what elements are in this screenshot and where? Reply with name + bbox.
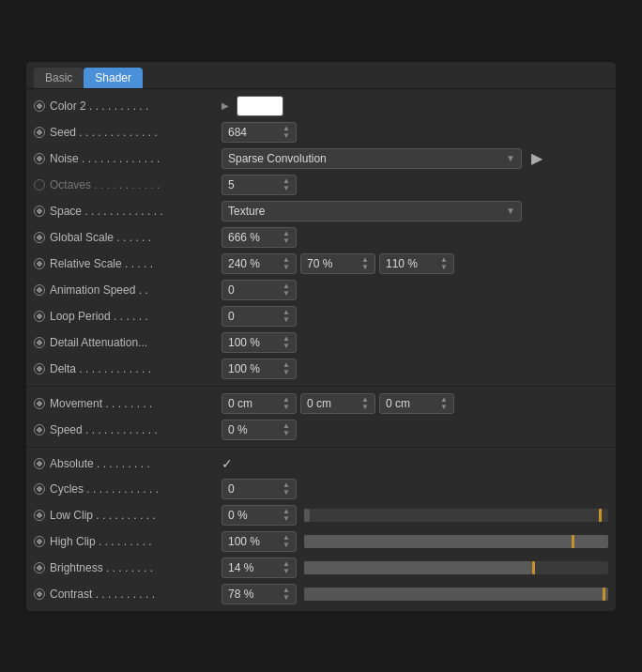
spin-down[interactable]: ▼	[283, 369, 290, 376]
radio-space[interactable]	[34, 206, 45, 217]
radio-detail_attenuation[interactable]	[34, 337, 45, 348]
spin-down[interactable]: ▼	[283, 430, 290, 437]
radio-cycles[interactable]	[34, 483, 45, 495]
spinbox-arrows-global_scale[interactable]: ▲▼	[283, 230, 290, 245]
spin-down[interactable]: ▼	[361, 264, 369, 271]
spinbox-arrows-animation_speed[interactable]: ▲▼	[283, 283, 290, 298]
spinbox-animation_speed[interactable]: 0▲▼	[222, 280, 297, 300]
spin-down[interactable]: ▼	[283, 404, 290, 411]
spinbox-seed[interactable]: 684▲▼	[222, 122, 297, 143]
radio-seed[interactable]	[34, 127, 45, 138]
spinbox-arrows-delta[interactable]: ▲▼	[283, 361, 290, 376]
spinbox-movement-2[interactable]: 0 cm▲▼	[379, 393, 454, 414]
spinbox-low_clip[interactable]: 0 %▲▼	[222, 505, 297, 526]
spinbox-arrows-movement-1[interactable]: ▲▼	[361, 396, 369, 411]
slider-handle-contrast[interactable]	[603, 588, 605, 601]
radio-loop_period[interactable]	[34, 311, 45, 322]
row-brightness: Brightness . . . . . . . .14 %▲▼	[26, 555, 616, 581]
label-speed: Speed . . . . . . . . . . . .	[34, 423, 222, 436]
spin-down[interactable]: ▼	[283, 264, 290, 271]
slider-contrast[interactable]	[304, 588, 608, 601]
label-movement: Movement . . . . . . . .	[34, 397, 222, 410]
spinbox-movement-1[interactable]: 0 cm▲▼	[300, 393, 375, 414]
spinbox-arrows-relative_scale-1[interactable]: ▲▼	[361, 256, 369, 271]
radio-relative_scale[interactable]	[34, 258, 45, 269]
spin-down[interactable]: ▼	[283, 343, 290, 350]
spin-down[interactable]: ▼	[283, 515, 290, 523]
slider-brightness[interactable]	[304, 561, 608, 574]
spinbox-high_clip[interactable]: 100 %▲▼	[222, 531, 297, 552]
radio-global_scale[interactable]	[34, 232, 45, 243]
slider-handle-high_clip[interactable]	[572, 535, 574, 548]
spinbox-arrows-seed[interactable]: ▲▼	[283, 125, 290, 140]
spin-down[interactable]: ▼	[283, 132, 290, 140]
slider-low_clip[interactable]	[304, 509, 608, 522]
radio-brightness[interactable]	[34, 562, 45, 573]
spinbox-arrows-relative_scale-0[interactable]: ▲▼	[283, 256, 290, 271]
field-animation_speed: 0▲▼	[222, 280, 608, 300]
spinbox-arrows-octaves[interactable]: ▲▼	[283, 177, 290, 192]
spinbox-arrows-speed[interactable]: ▲▼	[283, 422, 290, 437]
spinbox-cycles[interactable]: 0▲▼	[222, 479, 297, 499]
spinbox-loop_period[interactable]: 0▲▼	[222, 306, 297, 327]
spin-down[interactable]: ▼	[283, 594, 290, 602]
spin-down[interactable]: ▼	[361, 404, 369, 411]
checkmark-absolute[interactable]: ✓	[222, 456, 233, 471]
radio-speed[interactable]	[34, 424, 45, 435]
radio-color2[interactable]	[34, 100, 45, 112]
radio-absolute[interactable]	[34, 458, 45, 469]
spinbox-arrows-contrast[interactable]: ▲▼	[283, 587, 290, 602]
spinbox-arrows-loop_period[interactable]: ▲▼	[283, 309, 290, 324]
spinbox-relative_scale-2[interactable]: 110 %▲▼	[379, 253, 454, 274]
separator	[26, 386, 616, 387]
spin-down[interactable]: ▼	[283, 185, 290, 192]
color-swatch-color2[interactable]	[237, 96, 283, 116]
spinbox-relative_scale-0[interactable]: 240 %▲▼	[222, 253, 297, 274]
radio-delta[interactable]	[34, 363, 45, 374]
radio-contrast[interactable]	[34, 588, 45, 600]
dropdown-noise[interactable]: Sparse Convolution▼	[222, 148, 522, 169]
spinbox-arrows-high_clip[interactable]: ▲▼	[283, 534, 290, 549]
dropdown-space[interactable]: Texture▼	[222, 201, 522, 221]
spin-down[interactable]: ▼	[283, 316, 290, 324]
tab-basic[interactable]: Basic	[34, 68, 84, 88]
spinbox-arrows-movement-2[interactable]: ▲▼	[440, 396, 448, 411]
row-contrast: Contrast . . . . . . . . . .78 %▲▼	[26, 581, 616, 607]
radio-octaves[interactable]	[34, 179, 45, 191]
spinbox-brightness[interactable]: 14 %▲▼	[222, 557, 297, 578]
radio-high_clip[interactable]	[34, 536, 45, 547]
spinbox-global_scale[interactable]: 666 %▲▼	[222, 227, 297, 248]
spinbox-contrast[interactable]: 78 %▲▼	[222, 584, 297, 604]
spin-down[interactable]: ▼	[283, 568, 290, 575]
spinbox-detail_attenuation[interactable]: 100 %▲▼	[222, 332, 297, 353]
label-color2: Color 2 . . . . . . . . . .	[34, 99, 222, 113]
spin-down[interactable]: ▼	[283, 290, 290, 298]
spinbox-speed[interactable]: 0 %▲▼	[222, 420, 297, 440]
spinbox-arrows-cycles[interactable]: ▲▼	[283, 481, 290, 496]
spinbox-relative_scale-1[interactable]: 70 %▲▼	[300, 253, 375, 274]
radio-noise[interactable]	[34, 153, 45, 164]
spinbox-arrows-low_clip[interactable]: ▲▼	[283, 508, 290, 523]
spin-down[interactable]: ▼	[283, 237, 290, 245]
spinbox-arrows-movement-0[interactable]: ▲▼	[283, 396, 290, 411]
slider-handle-low_clip[interactable]	[599, 509, 602, 522]
tab-shader[interactable]: Shader	[84, 68, 143, 88]
expand-arrow-color2[interactable]: ▶	[222, 100, 229, 111]
spinbox-delta[interactable]: 100 %▲▼	[222, 359, 297, 379]
spinbox-arrows-relative_scale-2[interactable]: ▲▼	[440, 256, 448, 271]
spin-down[interactable]: ▼	[283, 489, 290, 496]
spinbox-arrows-brightness[interactable]: ▲▼	[283, 560, 290, 575]
spinbox-movement-0[interactable]: 0 cm▲▼	[222, 393, 297, 414]
spin-down[interactable]: ▼	[440, 404, 448, 411]
extra-arrow-noise[interactable]: ▶	[531, 149, 543, 167]
radio-animation_speed[interactable]	[34, 284, 45, 296]
slider-handle-brightness[interactable]	[532, 561, 535, 574]
radio-low_clip[interactable]	[34, 510, 45, 521]
spin-down[interactable]: ▼	[283, 542, 290, 549]
spinbox-octaves[interactable]: 5▲▼	[222, 175, 297, 195]
slider-fill-low_clip	[304, 509, 310, 522]
slider-high_clip[interactable]	[304, 535, 608, 548]
spin-down[interactable]: ▼	[440, 264, 448, 271]
radio-movement[interactable]	[34, 398, 45, 409]
spinbox-arrows-detail_attenuation[interactable]: ▲▼	[283, 335, 290, 350]
